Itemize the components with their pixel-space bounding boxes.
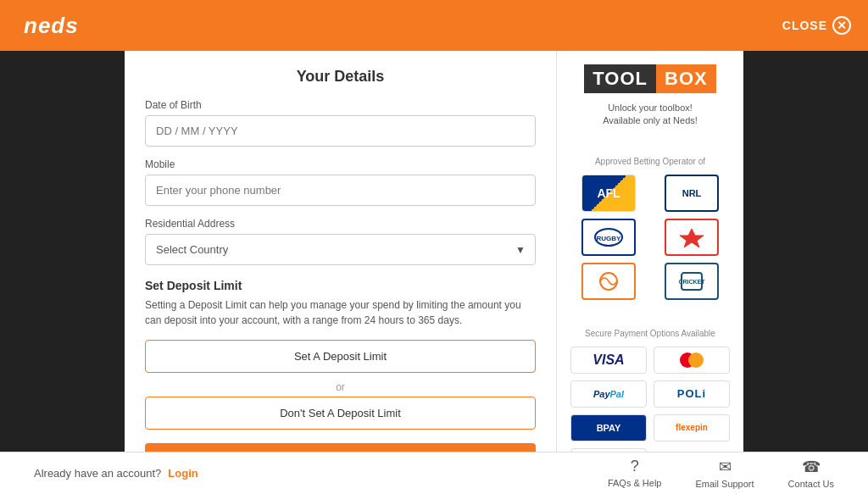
deposit-title: Set Deposit Limit: [145, 279, 536, 292]
approved-title: Approved Betting Operator of: [595, 157, 705, 166]
country-select[interactable]: Select Country Australia New Zealand: [145, 234, 536, 265]
dob-label: Date of Birth: [145, 99, 536, 111]
right-panel: TOOL BOX Unlock your toolbox! Available …: [557, 51, 743, 452]
contact-label: Contact Us: [788, 479, 834, 489]
toolbox-text: TOOL BOX: [584, 64, 715, 93]
footer-nav: ? FAQs & Help ✉ Email Support ☎ Contact …: [608, 458, 834, 489]
logo-text: neds: [24, 13, 79, 38]
afl-logo: AFL: [581, 175, 636, 212]
close-label: CLOSE: [782, 19, 827, 32]
dont-set-deposit-button[interactable]: Don't Set A Deposit Limit: [145, 397, 536, 430]
mobile-field-group: Mobile: [145, 158, 536, 206]
logo: neds: [17, 9, 86, 42]
email-icon: ✉: [719, 458, 732, 476]
faqs-nav-item[interactable]: ? FAQs & Help: [608, 458, 662, 489]
toolbox-subtitle: Unlock your toolbox! Available only at N…: [603, 102, 698, 128]
left-panel: Your Details Date of Birth Mobile Reside…: [125, 51, 557, 452]
close-button[interactable]: CLOSE ✕: [782, 16, 851, 35]
country-select-wrapper: Select Country Australia New Zealand ▼: [145, 234, 536, 265]
tennis-logo: [581, 263, 636, 300]
dob-field-group: Date of Birth: [145, 99, 536, 147]
paypal-payment-logo: PayPal: [570, 380, 647, 408]
header: neds CLOSE ✕: [0, 0, 868, 51]
footer: Already have an account? Login ? FAQs & …: [0, 452, 868, 494]
or-divider: or: [145, 381, 536, 393]
close-icon: ✕: [832, 16, 851, 35]
mobile-input[interactable]: [145, 175, 536, 206]
toolbox-logo: TOOL BOX: [584, 64, 715, 97]
email-support-label: Email Support: [695, 479, 754, 489]
email-support-nav-item[interactable]: ✉ Email Support: [695, 458, 754, 489]
contact-nav-item[interactable]: ☎ Contact Us: [788, 458, 834, 489]
footer-account-area: Already have an account? Login: [34, 467, 198, 480]
box-word: BOX: [656, 64, 716, 93]
svg-text:RUGBY: RUGBY: [597, 235, 622, 242]
tool-word: TOOL: [584, 64, 656, 93]
mobile-label: Mobile: [145, 158, 536, 170]
create-account-button[interactable]: Create Account: [145, 443, 536, 452]
panel-title: Your Details: [145, 68, 536, 86]
rugby-logo: RUGBY: [581, 219, 636, 256]
mastercard-payment-logo: [654, 347, 730, 374]
set-deposit-limit-button[interactable]: Set A Deposit Limit: [145, 340, 536, 373]
login-link[interactable]: Login: [168, 467, 198, 480]
flexepin-payment-logo: flexepin: [654, 414, 730, 441]
faqs-label: FAQs & Help: [608, 478, 662, 488]
secure-payment-title: Secure Payment Options Available: [585, 329, 715, 338]
svg-text:CRICKET: CRICKET: [678, 279, 705, 285]
sport-logos-grid: AFL NRL RUGBY: [570, 175, 730, 300]
deposit-description: Setting a Deposit Limit can help you man…: [145, 297, 536, 328]
mc-circle-orange: [688, 352, 704, 368]
dob-input[interactable]: [145, 115, 536, 147]
address-label: Residential Address: [145, 218, 536, 230]
modal: Your Details Date of Birth Mobile Reside…: [125, 51, 743, 452]
address-field-group: Residential Address Select Country Austr…: [145, 218, 536, 265]
svg-marker-2: [680, 229, 704, 247]
contact-icon: ☎: [802, 458, 821, 476]
a-league-logo: [665, 219, 719, 256]
nrl-logo: NRL: [665, 175, 719, 212]
bpay-payment-logo: BPAY: [570, 414, 647, 441]
deposit-section: Set Deposit Limit Setting a Deposit Limi…: [145, 279, 536, 452]
account-text: Already have an account?: [34, 467, 161, 480]
cricket-logo: CRICKET: [665, 263, 719, 300]
faqs-icon: ?: [631, 458, 639, 475]
visa-payment-logo: VISA: [570, 347, 647, 374]
poli-payment-logo: POLi: [654, 380, 730, 408]
